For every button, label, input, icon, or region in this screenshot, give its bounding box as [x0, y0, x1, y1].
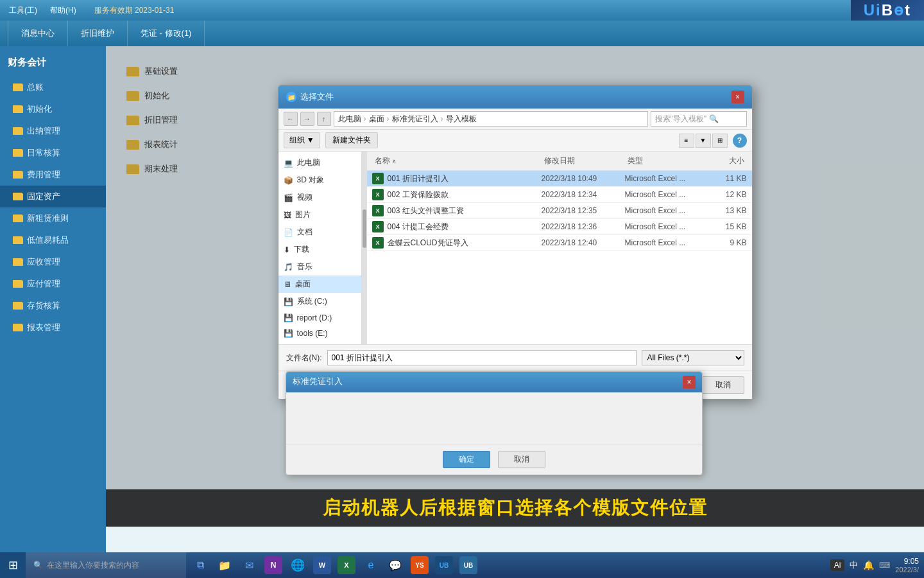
confirm-dialog: 标准凭证引入 × 确定 取消 [286, 371, 703, 475]
file-name-bar: 文件名(N): All Files (*.*) [278, 344, 752, 371]
nav-desktop[interactable]: 🖥 桌面 [278, 276, 361, 293]
email-icon: ✉ [245, 559, 253, 572]
file-size-2: 13 KB [708, 206, 747, 215]
sidebar-item-reports[interactable]: 报表管理 [0, 317, 106, 338]
breadcrumb-bar[interactable]: 此电脑 › 桌面 › 标准凭证引入 › 导入模板 [334, 111, 648, 127]
file-size-1: 12 KB [708, 190, 747, 199]
cancel-button[interactable]: 取消 [702, 376, 744, 394]
language-indicator[interactable]: 中 [850, 559, 858, 571]
taskbar-search[interactable]: 🔍 在这里输入你要搜索的内容 [26, 552, 186, 578]
menu-help[interactable]: 帮助(H) [46, 4, 80, 17]
sidebar-item-daily[interactable]: 日常核算 [0, 142, 106, 164]
downloads-icon: ⬇ [284, 245, 290, 254]
file-dialog-title: 📁 选择文件 × [278, 85, 752, 109]
nav-video[interactable]: 🎬 视频 [278, 189, 361, 206]
filetype-select[interactable]: All Files (*.*) [642, 350, 744, 365]
file-type-2: Microsoft Excel ... [625, 206, 708, 215]
sidebar-item-ledger[interactable]: 总账 [0, 76, 106, 98]
file-row-0[interactable]: X 001 折旧计提引入 2022/3/18 10:49 Microsoft E… [367, 171, 752, 187]
sidebar-item-lease[interactable]: 新租赁准则 [0, 207, 106, 229]
col-size[interactable]: 大小 [708, 154, 747, 168]
nav-scroll-thumb[interactable] [363, 209, 366, 248]
taskbar-icon-edge[interactable]: e [359, 554, 382, 577]
sidebar-item-init[interactable]: 初始化 [0, 98, 106, 120]
sidebar-item-expense[interactable]: 费用管理 [0, 164, 106, 186]
nav-music[interactable]: 🎵 音乐 [278, 258, 361, 276]
breadcrumb-desktop: 桌面 [369, 114, 384, 125]
taskbar-icon-uibot2[interactable]: UB [457, 554, 480, 577]
file-row-2[interactable]: X 003 红头文件调整工资 2022/3/18 12:35 Microsoft… [367, 203, 752, 219]
confirm-close-button[interactable]: × [683, 376, 696, 389]
taskbar-icon-explorer[interactable]: 📁 [213, 554, 236, 577]
confirm-ok-button[interactable]: 确定 [443, 451, 490, 468]
sidebar-item-lowvalue[interactable]: 低值易耗品 [0, 229, 106, 251]
nav-drive-e[interactable]: 💾 tools (E:) [278, 326, 361, 341]
taskbar-icon-word[interactable]: W [311, 554, 334, 577]
file-row-1[interactable]: X 002 工资保险拨款 2022/3/18 12:34 Microsoft E… [367, 187, 752, 203]
nav-back-button[interactable]: ← [284, 112, 298, 126]
file-type-0: Microsoft Excel ... [625, 174, 708, 183]
excel-icon: X [372, 173, 384, 184]
col-type[interactable]: 类型 [625, 154, 708, 168]
nav-drive-f[interactable]: 💾 other (F:) [278, 341, 361, 344]
organize-button[interactable]: 组织 ▼ [284, 132, 320, 148]
drive-d-icon: 💾 [284, 313, 293, 322]
ai-label[interactable]: Ai [830, 559, 845, 571]
confirm-cancel-button[interactable]: 取消 [498, 451, 545, 468]
file-name-2: 003 红头文件调整工资 [388, 206, 542, 216]
folder-icon [13, 280, 23, 288]
taskbar-icon-chrome[interactable]: 🌐 [286, 554, 309, 577]
view-dropdown-button[interactable]: ▼ [696, 134, 711, 148]
nav-drive-d[interactable]: 💾 report (D:) [278, 310, 361, 326]
dialog-close-button[interactable]: × [732, 91, 744, 103]
search-bar[interactable]: 搜索"导入模板" 🔍 [651, 111, 747, 127]
nav-computer[interactable]: 💻 此电脑 [278, 154, 361, 171]
excel-app-icon: X [338, 556, 355, 574]
taskbar-icon-excel[interactable]: X [335, 554, 358, 577]
taskbar-icon-onenote[interactable]: N [262, 554, 285, 577]
help-button[interactable]: ? [733, 134, 747, 148]
menu-tools[interactable]: 工具(工) [5, 4, 41, 17]
new-folder-button[interactable]: 新建文件夹 [325, 132, 378, 148]
taskbar-icon-yonyou[interactable]: YS [408, 554, 431, 577]
nav-documents[interactable]: 📄 文档 [278, 223, 361, 241]
file-date-0: 2022/3/18 10:49 [542, 174, 625, 183]
sidebar-item-inventory[interactable]: 存货核算 [0, 295, 106, 317]
nav-pictures[interactable]: 🖼 图片 [278, 206, 361, 223]
pictures-icon: 🖼 [284, 211, 291, 220]
nav-up-button[interactable]: ↑ [317, 112, 331, 126]
col-name[interactable]: 名称 ∧ [372, 154, 542, 168]
nav-item-messages[interactable]: 消息中心 [8, 21, 68, 46]
view-grid-button[interactable]: ⊞ [712, 134, 728, 148]
file-dialog: 📁 选择文件 × ← → ↑ 此电脑 › 桌面 › 标准凭证引入 [278, 85, 753, 399]
taskbar-icon-task-view[interactable]: ⧉ [189, 554, 212, 577]
nav-forward-button[interactable]: → [300, 112, 314, 126]
file-row-4[interactable]: X 金蝶云CLOUD凭证导入 2022/3/18 12:40 Microsoft… [367, 235, 752, 251]
col-date[interactable]: 修改日期 [542, 154, 625, 168]
search-placeholder-text: 搜索"导入模板" [655, 114, 707, 125]
sidebar-item-fixed-assets[interactable]: 固定资产 [0, 186, 106, 207]
folder-icon [13, 83, 23, 91]
date-display: 2022/3/ [895, 566, 919, 574]
folder-icon [13, 215, 23, 222]
search-icon: 🔍 [33, 561, 43, 570]
nav-item-voucher[interactable]: 凭证 - 修改(1) [128, 21, 205, 46]
file-type-4: Microsoft Excel ... [625, 238, 708, 247]
nav-scrollbar[interactable] [362, 152, 367, 344]
folder-icon [13, 302, 23, 310]
nav-item-depreciation[interactable]: 折旧维护 [68, 21, 128, 46]
file-row-3[interactable]: X 004 计提工会经费 2022/3/18 12:36 Microsoft E… [367, 219, 752, 235]
sidebar-item-cashier[interactable]: 出纳管理 [0, 120, 106, 142]
start-button[interactable]: ⊞ [0, 552, 26, 578]
sidebar-item-receivable[interactable]: 应收管理 [0, 251, 106, 273]
nav-3d[interactable]: 📦 3D 对象 [278, 171, 361, 189]
taskbar-icon-uibot1[interactable]: UB [432, 554, 456, 577]
sidebar-item-payable[interactable]: 应付管理 [0, 273, 106, 295]
taskbar-icon-email[interactable]: ✉ [237, 554, 261, 577]
view-list-button[interactable]: ≡ [679, 134, 694, 148]
filename-input[interactable] [327, 350, 637, 365]
notification-icon[interactable]: 🔔 [863, 560, 874, 570]
nav-downloads[interactable]: ⬇ 下载 [278, 241, 361, 258]
taskbar-icon-wechat[interactable]: 💬 [384, 554, 407, 577]
nav-drive-c[interactable]: 💾 系统 (C:) [278, 293, 361, 310]
